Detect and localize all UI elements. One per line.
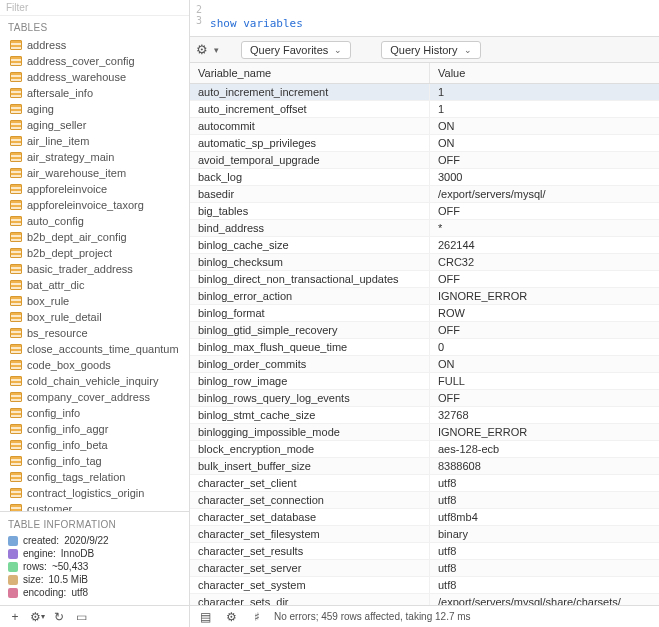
table-item[interactable]: close_accounts_time_quantum (0, 341, 189, 357)
table-item[interactable]: config_tags_relation (0, 469, 189, 485)
result-row[interactable]: binlog_checksumCRC32 (190, 254, 659, 271)
result-row[interactable]: character_set_serverutf8 (190, 560, 659, 577)
table-icon (10, 40, 22, 50)
result-row[interactable]: binlog_max_flush_queue_time0 (190, 339, 659, 356)
result-row[interactable]: binlog_row_imageFULL (190, 373, 659, 390)
cell-variable-name: binlog_cache_size (190, 237, 430, 253)
cell-value: ON (430, 118, 659, 134)
table-item[interactable]: address_warehouse (0, 69, 189, 85)
result-row[interactable]: character_set_systemutf8 (190, 577, 659, 594)
table-item[interactable]: b2b_dept_project (0, 245, 189, 261)
result-row[interactable]: autocommitON (190, 118, 659, 135)
table-item[interactable]: customer (0, 501, 189, 511)
cell-variable-name: avoid_temporal_upgrade (190, 152, 430, 168)
table-item[interactable]: config_info_tag (0, 453, 189, 469)
result-row[interactable]: back_log3000 (190, 169, 659, 186)
result-row[interactable]: character_set_clientutf8 (190, 475, 659, 492)
table-item[interactable]: code_box_goods (0, 357, 189, 373)
table-item[interactable]: config_info (0, 405, 189, 421)
table-item[interactable]: box_rule_detail (0, 309, 189, 325)
table-label: bat_attr_dic (27, 279, 84, 291)
table-item[interactable]: auto_config (0, 213, 189, 229)
table-label: address (27, 39, 66, 51)
result-row[interactable]: binlog_rows_query_log_eventsOFF (190, 390, 659, 407)
cell-variable-name: character_sets_dir (190, 594, 430, 605)
gear-icon[interactable]: ⚙ (196, 42, 208, 57)
table-information: TABLE INFORMATION created: 2020/9/22 eng… (0, 511, 189, 605)
table-item[interactable]: contract_logistics_origin (0, 485, 189, 501)
cell-value: 1 (430, 84, 659, 100)
result-row[interactable]: binlog_formatROW (190, 305, 659, 322)
table-item[interactable]: basic_trader_address (0, 261, 189, 277)
result-row[interactable]: character_sets_dir/export/servers/mysql/… (190, 594, 659, 605)
query-history-dropdown[interactable]: Query History ⌄ (381, 41, 480, 59)
structure-icon[interactable]: ♯ (248, 609, 266, 625)
editor-gutter: 2 3 (196, 4, 210, 30)
result-row[interactable]: block_encryption_modeaes-128-ecb (190, 441, 659, 458)
refresh-button[interactable]: ↻ (50, 609, 68, 625)
query-favorites-dropdown[interactable]: Query Favorites ⌄ (241, 41, 351, 59)
cell-value: IGNORE_ERROR (430, 288, 659, 304)
cell-value: aes-128-ecb (430, 441, 659, 457)
result-row[interactable]: binlog_stmt_cache_size32768 (190, 407, 659, 424)
cell-variable-name: binlog_row_image (190, 373, 430, 389)
table-icon (10, 232, 22, 242)
result-row[interactable]: binlog_error_actionIGNORE_ERROR (190, 288, 659, 305)
table-item[interactable]: bat_attr_dic (0, 277, 189, 293)
result-row[interactable]: bind_address* (190, 220, 659, 237)
result-row[interactable]: binlog_direct_non_transactional_updatesO… (190, 271, 659, 288)
result-row[interactable]: automatic_sp_privilegesON (190, 135, 659, 152)
table-item[interactable]: appforeleinvoice (0, 181, 189, 197)
table-item[interactable]: config_info_aggr (0, 421, 189, 437)
console-icon[interactable]: ▭ (72, 609, 90, 625)
query-editor[interactable]: 2 3 show variables (190, 0, 659, 37)
table-item[interactable]: address (0, 37, 189, 53)
gear-icon[interactable]: ⚙▾ (28, 609, 46, 625)
table-item[interactable]: appforeleinvoice_taxorg (0, 197, 189, 213)
table-item[interactable]: bs_resource (0, 325, 189, 341)
result-row[interactable]: binlog_gtid_simple_recoveryOFF (190, 322, 659, 339)
cell-value: * (430, 220, 659, 236)
chevron-down-icon[interactable]: ▾ (214, 45, 219, 55)
table-label: bs_resource (27, 327, 88, 339)
column-header-name[interactable]: Variable_name (190, 63, 430, 83)
table-item[interactable]: cold_chain_vehicle_inquiry (0, 373, 189, 389)
column-header-value[interactable]: Value (430, 63, 659, 83)
table-icon (10, 360, 22, 370)
cell-value: 3000 (430, 169, 659, 185)
cell-value: utf8 (430, 492, 659, 508)
result-row[interactable]: binlogging_impossible_modeIGNORE_ERROR (190, 424, 659, 441)
table-icon (10, 376, 22, 386)
editor-line[interactable]: show variables (210, 17, 303, 30)
result-row[interactable]: big_tablesOFF (190, 203, 659, 220)
result-row[interactable]: auto_increment_increment1 (190, 84, 659, 101)
add-button[interactable]: + (6, 609, 24, 625)
cell-variable-name: binlog_format (190, 305, 430, 321)
result-row[interactable]: avoid_temporal_upgradeOFF (190, 152, 659, 169)
table-item[interactable]: air_warehouse_item (0, 165, 189, 181)
result-body: auto_increment_increment1auto_increment_… (190, 84, 659, 605)
result-row[interactable]: bulk_insert_buffer_size8388608 (190, 458, 659, 475)
table-item[interactable]: air_strategy_main (0, 149, 189, 165)
table-item[interactable]: config_info_beta (0, 437, 189, 453)
filter-input[interactable]: Filter (0, 0, 189, 16)
table-icon (10, 440, 22, 450)
result-row[interactable]: auto_increment_offset1 (190, 101, 659, 118)
table-item[interactable]: address_cover_config (0, 53, 189, 69)
result-row[interactable]: character_set_resultsutf8 (190, 543, 659, 560)
result-row[interactable]: basedir/export/servers/mysql/ (190, 186, 659, 203)
table-item[interactable]: air_line_item (0, 133, 189, 149)
result-row[interactable]: character_set_filesystembinary (190, 526, 659, 543)
table-item[interactable]: aftersale_info (0, 85, 189, 101)
result-row[interactable]: binlog_cache_size262144 (190, 237, 659, 254)
table-item[interactable]: aging (0, 101, 189, 117)
result-row[interactable]: character_set_connectionutf8 (190, 492, 659, 509)
result-row[interactable]: character_set_databaseutf8mb4 (190, 509, 659, 526)
panel-icon[interactable]: ▤ (196, 609, 214, 625)
result-row[interactable]: binlog_order_commitsON (190, 356, 659, 373)
gear-icon[interactable]: ⚙ (222, 609, 240, 625)
table-item[interactable]: box_rule (0, 293, 189, 309)
table-item[interactable]: b2b_dept_air_config (0, 229, 189, 245)
table-item[interactable]: company_cover_address (0, 389, 189, 405)
table-item[interactable]: aging_seller (0, 117, 189, 133)
